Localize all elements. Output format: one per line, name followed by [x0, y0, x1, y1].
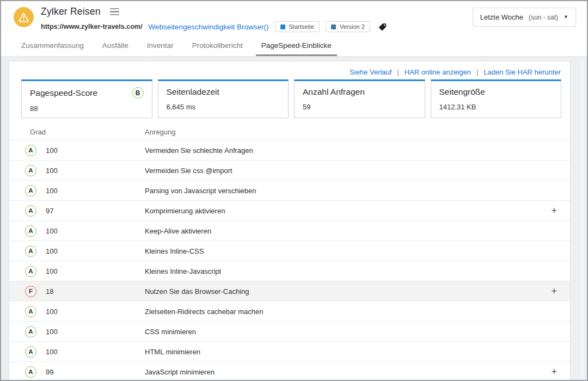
score-value: 100 — [46, 146, 58, 155]
column-header-grade: Grad — [30, 128, 145, 136]
suggestion-label: Vermeiden Sie css @import — [145, 167, 557, 175]
tag-icon[interactable] — [378, 23, 387, 31]
table-row[interactable]: F 18 Nutzen Sie das Browser-Caching + — [9, 281, 570, 302]
tab-ausf-lle[interactable]: Ausfälle — [93, 35, 138, 56]
card-value: 59 — [303, 103, 416, 111]
score-value: 100 — [46, 328, 58, 336]
har-download-link[interactable]: Laden Sie HAR herunter — [483, 68, 561, 76]
card-pagespeed-score: Pagespeed-Score B 88 — [21, 79, 152, 118]
suggestions-table-body: A 100 Vermeiden Sie schlechte Anfragen A… — [9, 140, 570, 380]
score-value: 100 — [46, 348, 58, 356]
score-value: 18 — [46, 287, 53, 296]
monitor-status-icon — [14, 7, 34, 27]
grade-badge: A — [25, 266, 36, 277]
suggestion-label: Kleines Inline-CSS — [145, 247, 557, 255]
card-title: Anzahl Anfragen — [303, 87, 365, 97]
table-row[interactable]: A 99 JavaScript minimieren + — [9, 362, 570, 380]
suggestion-label: HTML minimieren — [145, 348, 557, 356]
grade-badge: A — [25, 366, 36, 378]
score-value: 100 — [46, 227, 58, 235]
pagespeed-panel: Siehe Verlauf | HAR online anzeigen | La… — [9, 61, 571, 380]
score-value: 100 — [46, 187, 58, 195]
grade-badge: A — [25, 346, 36, 358]
table-row[interactable]: A 100 Zielseiten-Ridirects cachebar mach… — [9, 302, 570, 322]
tab-zusammenfassung[interactable]: Zusammenfassung — [12, 35, 93, 56]
see-history-link[interactable]: Siehe Verlauf — [350, 68, 391, 76]
suggestion-label: Parsing von Javascript verschieben — [145, 187, 557, 195]
table-row[interactable]: A 100 Kleines Inline-Javascript — [9, 261, 570, 281]
column-header-suggestion: Anregung — [145, 128, 557, 136]
card-page-size: Seitengröße 1412.31 KB — [431, 79, 562, 118]
suggestion-label: CSS minimieren — [145, 328, 557, 336]
expand-button[interactable]: + — [551, 286, 557, 296]
date-range-detail: (sun - sat) — [529, 14, 558, 21]
table-row[interactable]: A 97 Komprimierung aktivieren + — [9, 201, 570, 221]
suggestions-table-header: Grad Anregung — [9, 118, 570, 140]
badge-label: Version 2 — [340, 23, 365, 30]
monitor-type-link[interactable]: Webseitengeschwindigkeit Browser() — [148, 23, 268, 31]
score-value: 100 — [46, 167, 58, 175]
grade-badge: A — [25, 225, 36, 237]
app-window: Zylker Reisen https://www.zylker-travels… — [0, 0, 588, 381]
monitor-header: Zylker Reisen https://www.zylker-travels… — [1, 1, 587, 35]
table-row[interactable]: A 100 Vermeiden Sie schlechte Anfragen — [9, 140, 570, 161]
summary-cards-row: Pagespeed-Score B 88 Seitenladezeit 6,64… — [9, 79, 570, 118]
card-title: Seitenladezeit — [167, 87, 219, 97]
monitor-tabbar: Zusammenfassung Ausfälle Inventar Protok… — [1, 35, 587, 57]
card-title: Seitengröße — [439, 87, 485, 97]
date-range-dropdown[interactable]: Letzte Woche (sun - sat) ▼ — [473, 8, 576, 27]
blue-square-icon — [280, 24, 285, 29]
expand-button[interactable]: + — [551, 367, 557, 377]
grade-badge: A — [25, 145, 36, 156]
score-value: 99 — [46, 368, 53, 376]
expand-button[interactable]: + — [551, 206, 557, 216]
suggestion-label: Zielseiten-Ridirects cachebar machen — [145, 308, 557, 316]
link-separator: | — [476, 68, 478, 76]
chevron-down-icon: ▼ — [564, 15, 568, 20]
card-title: Pagespeed-Score — [30, 88, 97, 98]
card-value: 6,645 ms — [167, 103, 280, 111]
blue-square-icon — [331, 24, 336, 29]
grade-badge: A — [25, 326, 36, 337]
suggestion-label: Keep-Alive aktivieren — [145, 227, 557, 235]
card-page-load-time: Seitenladezeit 6,645 ms — [158, 79, 289, 118]
tab-protokollbericht[interactable]: Protokollbericht — [183, 35, 252, 56]
table-row[interactable]: A 100 HTML minimieren — [9, 342, 570, 362]
tab-inventar[interactable]: Inventar — [138, 35, 183, 56]
grade-badge: A — [25, 165, 36, 176]
monitor-url: https://www.zylker-travels.com/ — [41, 23, 142, 30]
score-value: 100 — [46, 247, 58, 255]
suggestion-label: Komprimierung aktivieren — [145, 207, 551, 215]
grade-badge: A — [25, 205, 36, 217]
table-row[interactable]: A 100 Keep-Alive aktivieren — [9, 221, 570, 241]
tab-pagespeed-einblicke[interactable]: PageSpeed-Einblicke — [252, 35, 341, 56]
har-online-link[interactable]: HAR online anzeigen — [405, 68, 471, 76]
har-links-row: Siehe Verlauf | HAR online anzeigen | La… — [9, 62, 570, 79]
table-row[interactable]: A 100 Parsing von Javascript verschieben — [9, 181, 570, 201]
score-value: 100 — [46, 308, 58, 316]
grade-badge: A — [25, 245, 36, 257]
grade-badge: A — [25, 185, 36, 196]
card-value: 88 — [30, 105, 144, 113]
warning-triangle-icon — [18, 12, 29, 22]
score-value: 100 — [46, 267, 58, 275]
table-row[interactable]: A 100 Kleines Inline-CSS — [9, 241, 570, 261]
table-row[interactable]: A 100 Vermeiden Sie css @import — [9, 161, 570, 181]
date-range-value: Letzte Woche — [480, 13, 523, 21]
vertical-scrollbar[interactable] — [580, 60, 584, 380]
content-area: Siehe Verlauf | HAR online anzeigen | La… — [1, 57, 587, 380]
table-row[interactable]: A 100 CSS minimieren — [9, 322, 570, 342]
grade-badge: F — [25, 286, 36, 297]
suggestion-label: JavaScript minimieren — [145, 368, 551, 376]
link-separator: | — [397, 68, 399, 76]
suggestion-label: Vermeiden Sie schlechte Anfragen — [145, 146, 557, 155]
suggestion-label: Kleines Inline-Javascript — [145, 267, 557, 275]
badge-startseite[interactable]: Startseite — [275, 21, 320, 32]
grade-badge: A — [25, 306, 36, 317]
suggestion-label: Nutzen Sie das Browser-Caching — [145, 287, 551, 296]
hamburger-menu-icon[interactable] — [109, 7, 120, 17]
card-request-count: Anzahl Anfragen 59 — [294, 79, 425, 118]
score-value: 97 — [46, 207, 53, 215]
badge-version[interactable]: Version 2 — [326, 21, 370, 32]
page-title: Zylker Reisen — [41, 6, 101, 17]
